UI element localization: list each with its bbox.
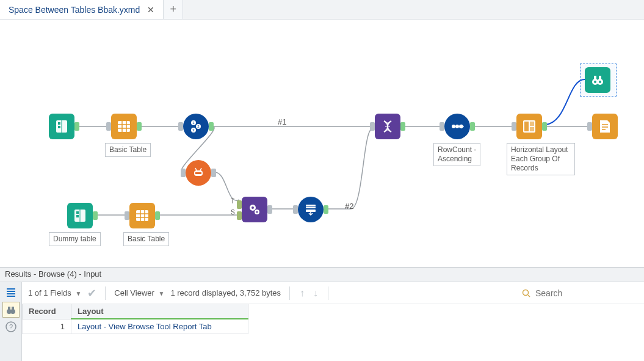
svg-point-33 bbox=[594, 81, 596, 83]
tool-label-dummy-table: Dummy table bbox=[49, 232, 101, 246]
tool-text-input-2[interactable] bbox=[67, 203, 93, 228]
anchor-out[interactable] bbox=[155, 211, 160, 220]
separator bbox=[328, 286, 328, 300]
tool-label-layout: Horizontal Layout Each Group Of Records bbox=[507, 143, 575, 175]
anchor-out[interactable] bbox=[470, 122, 475, 131]
binoculars-icon bbox=[590, 72, 606, 88]
tool-label-basic-table-1: Basic Table bbox=[105, 143, 151, 157]
tool-label-basic-table-2: Basic Table bbox=[123, 232, 169, 246]
chevron-down-icon: ▼ bbox=[73, 290, 81, 297]
results-header: Results - Browse (4) - Input bbox=[0, 268, 644, 282]
chevron-down-icon: ▼ bbox=[157, 290, 165, 297]
table-icon bbox=[134, 208, 150, 224]
gutter-browse-button[interactable] bbox=[2, 302, 20, 318]
col-record[interactable]: Record bbox=[23, 304, 71, 319]
anchor-in[interactable] bbox=[293, 205, 298, 214]
svg-point-17 bbox=[251, 206, 254, 209]
svg-point-22 bbox=[452, 125, 455, 128]
svg-rect-38 bbox=[12, 307, 14, 310]
anchor-out[interactable] bbox=[542, 122, 547, 131]
search-input[interactable] bbox=[534, 288, 626, 299]
anchor-in[interactable] bbox=[106, 122, 111, 131]
tool-basic-table-1[interactable] bbox=[111, 114, 137, 139]
tool-union[interactable] bbox=[298, 197, 324, 222]
list-icon bbox=[5, 287, 16, 298]
tool-render[interactable] bbox=[592, 114, 618, 139]
tool-text-input-1[interactable] bbox=[49, 114, 74, 139]
svg-rect-1 bbox=[58, 122, 60, 125]
anchor-in[interactable] bbox=[587, 122, 592, 131]
tool-browse[interactable] bbox=[585, 67, 610, 93]
binoculars-icon bbox=[5, 304, 16, 315]
svg-rect-31 bbox=[594, 76, 596, 79]
sort-icon bbox=[449, 119, 465, 134]
dna-icon bbox=[380, 119, 396, 134]
search-box[interactable] bbox=[522, 288, 638, 299]
arrow-up-icon[interactable]: ↑ bbox=[298, 288, 306, 299]
layout-icon bbox=[521, 119, 537, 134]
svg-rect-13 bbox=[76, 211, 79, 214]
anchor-s[interactable] bbox=[237, 211, 242, 220]
anchor-label-t: T bbox=[231, 198, 234, 205]
annotation-1: #1 bbox=[278, 117, 286, 126]
book-icon bbox=[72, 208, 88, 224]
anchor-out[interactable] bbox=[137, 122, 142, 131]
fields-dropdown[interactable]: 1 of 1 Fields ▼ bbox=[28, 288, 81, 297]
col-layout[interactable]: Layout bbox=[71, 304, 248, 319]
anchor-out[interactable] bbox=[74, 122, 79, 131]
separator bbox=[289, 286, 290, 300]
svg-rect-26 bbox=[524, 122, 529, 131]
results-gutter: ? bbox=[0, 282, 22, 361]
anchor-in[interactable] bbox=[125, 211, 129, 220]
workflow-canvas[interactable]: Basic Table 123 #1 Dummy table Basic Tab… bbox=[0, 20, 644, 267]
cell-layout-link[interactable]: Layout - View Browse Tool Report Tab bbox=[71, 319, 248, 334]
tool-dynamic-replace[interactable] bbox=[242, 197, 267, 222]
tool-formula[interactable] bbox=[186, 160, 211, 186]
table-row[interactable]: 1 Layout - View Browse Tool Report Tab bbox=[23, 319, 248, 334]
anchor-in[interactable] bbox=[178, 122, 183, 131]
report-icon bbox=[597, 119, 613, 134]
svg-rect-27 bbox=[530, 122, 534, 126]
add-tab-button[interactable]: + bbox=[164, 0, 183, 19]
anchor-in[interactable] bbox=[440, 122, 444, 131]
arrow-down-icon[interactable]: ↓ bbox=[312, 288, 319, 299]
svg-point-36 bbox=[10, 309, 15, 314]
tab-bar: Space Between Tables Bbak.yxmd ✕ + bbox=[0, 0, 644, 20]
svg-rect-2 bbox=[58, 126, 60, 128]
svg-rect-28 bbox=[530, 127, 534, 131]
anchor-in[interactable] bbox=[512, 122, 516, 131]
tool-join-multiple[interactable] bbox=[375, 114, 400, 139]
anchor-out[interactable] bbox=[400, 122, 405, 131]
tool-layout[interactable] bbox=[516, 114, 542, 139]
anchor-in[interactable] bbox=[370, 122, 375, 131]
gutter-help-button[interactable]: ? bbox=[2, 319, 20, 335]
fields-summary: 1 of 1 Fields bbox=[28, 288, 71, 297]
book-icon bbox=[54, 119, 70, 134]
tool-record-id[interactable]: 123 bbox=[183, 114, 209, 139]
anchor-out[interactable] bbox=[267, 205, 272, 214]
anchor-out[interactable] bbox=[209, 122, 214, 131]
tab-active[interactable]: Space Between Tables Bbak.yxmd ✕ bbox=[0, 0, 164, 19]
check-icon[interactable]: ✔ bbox=[87, 286, 96, 300]
cellviewer-label: Cell Viewer bbox=[114, 288, 154, 297]
results-toolbar: 1 of 1 Fields ▼ ✔ Cell Viewer ▼ 1 record… bbox=[22, 282, 644, 304]
anchor-in[interactable] bbox=[181, 169, 186, 177]
anchor-out[interactable] bbox=[324, 205, 328, 214]
svg-rect-3 bbox=[118, 121, 130, 132]
cell-record: 1 bbox=[23, 319, 71, 334]
anchor-t[interactable] bbox=[237, 200, 242, 209]
table-icon bbox=[116, 119, 132, 134]
tool-sort[interactable] bbox=[444, 114, 470, 139]
annotation-2: #2 bbox=[345, 202, 353, 211]
anchor-label-s: S bbox=[231, 209, 235, 216]
svg-point-34 bbox=[599, 81, 601, 83]
anchor-out[interactable] bbox=[211, 169, 216, 177]
formula-icon bbox=[190, 165, 206, 181]
cellviewer-dropdown[interactable]: Cell Viewer ▼ bbox=[114, 288, 164, 297]
gears-icon bbox=[247, 202, 262, 217]
close-icon[interactable]: ✕ bbox=[147, 5, 154, 15]
svg-rect-15 bbox=[136, 210, 148, 221]
tool-basic-table-2[interactable] bbox=[129, 203, 155, 228]
gutter-messages-button[interactable] bbox=[2, 285, 20, 301]
anchor-out[interactable] bbox=[93, 211, 98, 220]
